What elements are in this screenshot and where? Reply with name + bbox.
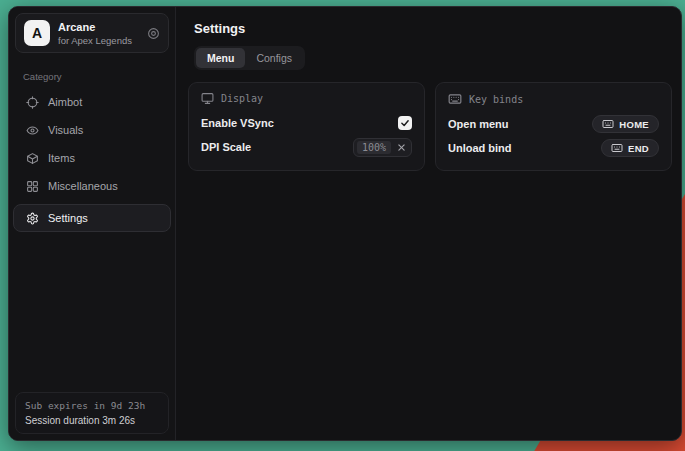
eye-icon xyxy=(26,124,39,137)
brand-subtitle: for Apex Legends xyxy=(58,35,139,46)
settings-tabbar: Menu Configs xyxy=(194,46,305,70)
dpi-scale-value: 100% xyxy=(357,141,391,154)
brand-card: A Arcane for Apex Legends xyxy=(15,13,169,53)
sidebar-item-label: Items xyxy=(48,152,75,164)
sidebar-item-label: Miscellaneous xyxy=(48,180,118,192)
session-duration-text: Session duration 3m 26s xyxy=(25,415,159,426)
subscription-info-box: Sub expires in 9d 23h Session duration 3… xyxy=(15,392,169,434)
grid-icon xyxy=(26,180,39,193)
unload-keybind-button[interactable]: END xyxy=(601,139,659,157)
sidebar-nav: Aimbot Visuals Items Miscellaneous xyxy=(9,88,175,232)
app-logo: A xyxy=(24,20,50,46)
clear-icon[interactable] xyxy=(397,143,406,152)
sidebar: A Arcane for Apex Legends Category Aimbo… xyxy=(9,7,176,440)
sidebar-item-settings[interactable]: Settings xyxy=(13,204,171,232)
keybinds-card: Key binds Open menu HOME Unload bind xyxy=(435,82,672,171)
brand-title: Arcane xyxy=(58,21,139,33)
tab-configs[interactable]: Configs xyxy=(245,48,303,68)
unload-bind-label: Unload bind xyxy=(448,142,512,154)
sidebar-item-label: Aimbot xyxy=(48,96,82,108)
open-menu-keybind-button[interactable]: HOME xyxy=(592,115,659,133)
vsync-checkbox[interactable] xyxy=(398,116,412,130)
dpi-scale-input[interactable]: 100% xyxy=(353,138,412,157)
display-card: Display Enable VSync DPI Scale 100% xyxy=(188,82,425,171)
sidebar-item-label: Visuals xyxy=(48,124,83,136)
category-label: Category xyxy=(23,71,161,82)
keyboard-icon xyxy=(448,92,462,106)
page-title: Settings xyxy=(194,21,672,36)
keybinds-card-title: Key binds xyxy=(469,94,523,105)
cube-icon xyxy=(26,152,39,165)
sidebar-item-miscellaneous[interactable]: Miscellaneous xyxy=(13,172,171,200)
gear-icon xyxy=(26,212,39,225)
target-icon[interactable] xyxy=(147,27,160,40)
tab-menu[interactable]: Menu xyxy=(196,48,245,68)
sidebar-item-visuals[interactable]: Visuals xyxy=(13,116,171,144)
sidebar-item-label: Settings xyxy=(48,212,88,224)
keyboard-icon xyxy=(602,118,614,130)
sidebar-item-items[interactable]: Items xyxy=(13,144,171,172)
open-menu-label: Open menu xyxy=(448,118,509,130)
open-menu-key: HOME xyxy=(619,119,649,130)
main-content: Settings Menu Configs Display Enable VSy… xyxy=(176,7,682,440)
display-card-title: Display xyxy=(221,93,263,104)
sub-expires-text: Sub expires in 9d 23h xyxy=(25,400,159,411)
app-window: A Arcane for Apex Legends Category Aimbo… xyxy=(8,6,682,441)
crosshair-icon xyxy=(26,96,39,109)
unload-key: END xyxy=(628,143,649,154)
vsync-label: Enable VSync xyxy=(201,117,274,129)
sidebar-item-aimbot[interactable]: Aimbot xyxy=(13,88,171,116)
monitor-icon xyxy=(201,92,214,105)
dpi-scale-label: DPI Scale xyxy=(201,141,251,153)
keyboard-icon xyxy=(611,142,623,154)
